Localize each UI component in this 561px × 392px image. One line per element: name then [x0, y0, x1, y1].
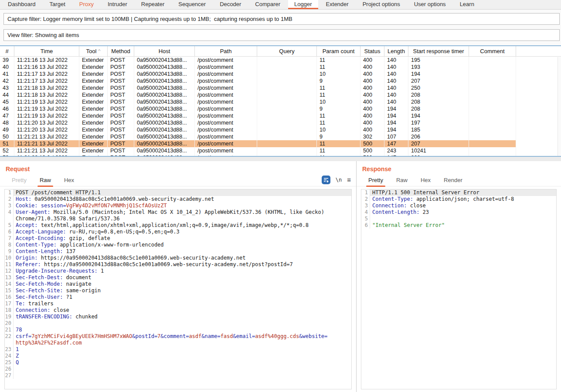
- table-row[interactable]: 4311:21:18 13 Jul 2022ExtenderPOST0a9500…: [0, 84, 561, 91]
- code-segment: 0a9500020413d88ac08c5c1e001a0069.web-sec…: [31, 196, 214, 202]
- table-row[interactable]: 4211:21:17 13 Jul 2022ExtenderPOST0a9500…: [0, 78, 561, 84]
- code-segment: 1: [98, 268, 104, 274]
- line-number: 12: [5, 268, 14, 274]
- cell-start-response-timer: 194: [408, 112, 469, 119]
- editor-settings-menu-icon[interactable]: ≡: [347, 176, 351, 183]
- cell-filler: [516, 112, 561, 119]
- request-editor[interactable]: 1POST /post/comment HTTP/1.12Host: 0a950…: [4, 189, 352, 389]
- cell-path: /post/comment: [195, 105, 257, 112]
- column-header-path[interactable]: Path: [195, 46, 257, 56]
- menu-tab-learn[interactable]: Learn: [454, 0, 480, 9]
- table-vertical-scrollbar[interactable]: [558, 57, 561, 156]
- response-tab-pretty[interactable]: Pretty: [362, 175, 390, 186]
- cell-tool: Extender: [79, 112, 108, 119]
- line-number: 27: [5, 372, 14, 379]
- line-content: "Internal Server Error": [370, 222, 556, 229]
- menu-tab-target[interactable]: Target: [44, 0, 71, 9]
- code-segment: fasd: [221, 333, 233, 339]
- code-segment: &postId=: [132, 333, 157, 339]
- column-header-filler: [516, 46, 561, 56]
- cell-time: 11:21:16 13 Jul 2022: [14, 64, 79, 71]
- cell-path: /post/comment: [195, 84, 257, 91]
- response-tab-render[interactable]: Render: [437, 175, 469, 186]
- column-header-length[interactable]: Length: [384, 46, 408, 56]
- line-content: 1: [14, 346, 351, 353]
- menu-tab-repeater[interactable]: Repeater: [135, 0, 170, 9]
- table-row[interactable]: 5311:21:22 13 Jul 2022ExtenderPOST0a9500…: [0, 154, 561, 157]
- menu-tab-dashboard[interactable]: Dashboard: [2, 0, 42, 9]
- line-number: 15: [5, 287, 14, 294]
- table-row[interactable]: 4511:21:19 13 Jul 2022ExtenderPOST0a9500…: [0, 98, 561, 105]
- code-segment: ru-RU,ru;q=0.8,en-US;q=0.5,en;q=0.3: [66, 229, 180, 235]
- column-header-query[interactable]: Query: [257, 46, 317, 56]
- column-header-tool[interactable]: Tool^: [79, 46, 108, 56]
- table-row[interactable]: 4811:21:20 13 Jul 2022ExtenderPOST0a9500…: [0, 119, 561, 126]
- table-row[interactable]: 5011:21:21 13 Jul 2022ExtenderPOST0a9500…: [0, 133, 561, 140]
- menu-tab-extender[interactable]: Extender: [320, 0, 355, 9]
- column-header-param-count[interactable]: Param count: [317, 46, 360, 56]
- request-tab-hex[interactable]: Hex: [58, 175, 81, 186]
- non-printing-characters-icon[interactable]: \n: [336, 177, 342, 183]
- cell-param-count: 11: [317, 112, 360, 119]
- wrap-lines-button[interactable]: [322, 176, 330, 184]
- menu-tab-intruder[interactable]: Intruder: [102, 0, 133, 9]
- response-editor[interactable]: 1HTTP/1.1 500 Internal Server Error2Cont…: [361, 189, 557, 389]
- menu-tab-logger[interactable]: Logger: [288, 0, 318, 9]
- table-row[interactable]: 4111:21:17 13 Jul 2022ExtenderPOST0a9500…: [0, 71, 561, 78]
- menu-tab-comparer[interactable]: Comparer: [249, 0, 286, 9]
- line-number: 23: [5, 346, 14, 353]
- cell-param-count: 9: [317, 133, 360, 140]
- menu-tab-proxy[interactable]: Proxy: [73, 0, 100, 9]
- cell-param-count: 11: [317, 140, 360, 147]
- column-header-comment[interactable]: Comment: [469, 46, 516, 56]
- table-row[interactable]: 4611:21:19 13 Jul 2022ExtenderPOST0a9500…: [0, 105, 561, 112]
- table-row[interactable]: 5111:21:21 13 Jul 2022ExtenderPOST0a9500…: [0, 140, 561, 147]
- cell-host: 0a9500020413d88...: [134, 119, 195, 126]
- table-row[interactable]: 3911:21:16 13 Jul 2022ExtenderPOST0a9500…: [0, 57, 561, 64]
- column-header-method[interactable]: Method: [108, 46, 134, 56]
- column-header--[interactable]: #: [0, 46, 14, 56]
- cell-tool: Extender: [79, 119, 108, 126]
- line-content: Accept-Language: ru-RU,ru;q=0.8,en-US;q=…: [14, 229, 351, 235]
- line-content: Content-Type: application/x-www-form-url…: [14, 242, 351, 248]
- line-number: 6: [361, 222, 370, 229]
- column-header-start-response-timer[interactable]: Start response timer: [408, 46, 469, 56]
- menu-tab-sequencer[interactable]: Sequencer: [172, 0, 212, 9]
- response-tab-raw[interactable]: Raw: [390, 175, 414, 186]
- table-row[interactable]: 4711:21:19 13 Jul 2022ExtenderPOST0a9500…: [0, 112, 561, 119]
- code-segment: http%3A%2F%2Fasdf.com: [16, 340, 82, 346]
- line-number: 21: [5, 327, 14, 333]
- cell-tool: Extender: [79, 57, 108, 64]
- view-filter-bar[interactable]: View filter: Showing all items: [3, 29, 560, 41]
- cell-tool: Extender: [79, 140, 108, 147]
- column-header-host[interactable]: Host: [134, 46, 195, 56]
- menu-tab-user-options[interactable]: User options: [408, 0, 452, 9]
- line-content: Referer: https://0a9500020413d88ac08c5c1…: [14, 261, 351, 268]
- response-tab-hex[interactable]: Hex: [414, 175, 437, 186]
- column-header-status[interactable]: Status: [360, 46, 384, 56]
- cell-time: 11:21:19 13 Jul 2022: [14, 112, 79, 119]
- table-row[interactable]: 5211:21:21 13 Jul 2022ExtenderPOST0a9500…: [0, 147, 561, 154]
- cell-host: 0a9500020413d88...: [134, 57, 195, 64]
- code-line: 12Upgrade-Insecure-Requests: 1: [5, 268, 351, 274]
- code-line: 3Cookie: session=VgFWy4D2vMfON7vMNMhjQ1S…: [5, 203, 351, 209]
- line-content: Accept-Encoding: gzip, deflate: [14, 235, 351, 242]
- cell--: 41: [0, 71, 14, 78]
- cell-param-count: 10: [317, 126, 360, 133]
- capture-filter-bar[interactable]: Capture filter: Logger memory limit set …: [3, 13, 560, 25]
- request-tab-raw[interactable]: Raw: [33, 175, 58, 186]
- cell-start-response-timer: 185: [408, 126, 469, 133]
- menu-tab-decoder[interactable]: Decoder: [214, 0, 247, 9]
- table-row[interactable]: 4911:21:20 13 Jul 2022ExtenderPOST0a9500…: [0, 126, 561, 133]
- table-row[interactable]: 4011:21:16 13 Jul 2022ExtenderPOST0a9500…: [0, 64, 561, 71]
- menu-tab-project-options[interactable]: Project options: [357, 0, 406, 9]
- column-header-time[interactable]: Time: [14, 46, 79, 56]
- code-segment: Chrome/71.0.3578.98 Safari/537.36: [16, 216, 119, 222]
- horizontal-splitter[interactable]: [0, 157, 561, 161]
- cell-param-count: 9: [317, 78, 360, 84]
- code-line: 1HTTP/1.1 500 Internal Server Error: [361, 189, 556, 196]
- table-row[interactable]: 4411:21:18 13 Jul 2022ExtenderPOST0a9500…: [0, 91, 561, 98]
- code-segment: Connection:: [16, 307, 50, 313]
- line-content: [370, 216, 556, 222]
- line-number: 7: [5, 235, 14, 242]
